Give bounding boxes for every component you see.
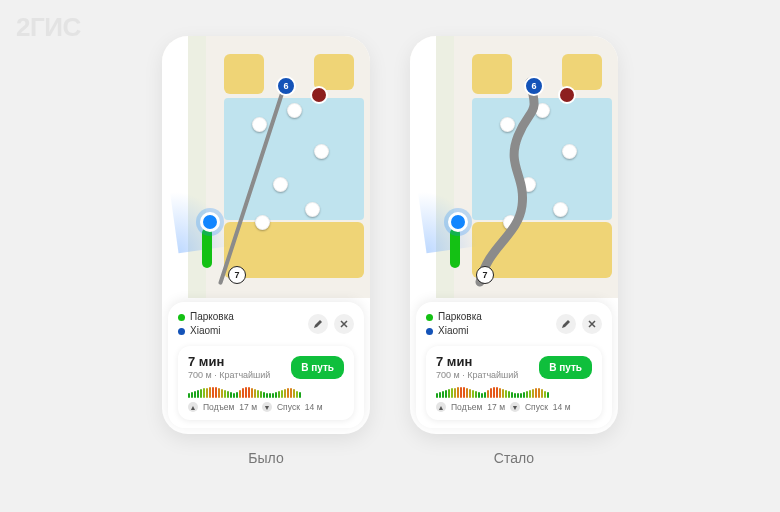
route-card: 7 мин 700 м · Кратчайший В путь ▲ Подъем… [178,346,354,420]
edit-route-button[interactable] [308,314,328,334]
phone-after-wrap: 6 7 Парковка Xiaomi [410,36,618,466]
route-card: 7 мин 700 м · Кратчайший В путь ▲ Подъем… [426,346,602,420]
endpoint-to[interactable]: Xiaomi [178,324,302,338]
pencil-icon [561,319,571,329]
walk-segment [450,228,460,268]
close-icon [588,320,596,328]
edit-route-button[interactable] [556,314,576,334]
phone-before: 6 7 Парковка Xiaomi [162,36,370,434]
endpoint-to[interactable]: Xiaomi [426,324,550,338]
dot-to-icon [178,328,185,335]
poi-badge [558,86,576,104]
go-button[interactable]: В путь [291,356,344,379]
route-marker-start: 6 [276,76,296,96]
go-button[interactable]: В путь [539,356,592,379]
dot-from-icon [178,314,185,321]
endpoint-from-label: Парковка [190,310,234,324]
elevation-bars [436,386,592,398]
comparison-stage: 6 7 Парковка Xiaomi [0,0,780,512]
route-sub: 700 м · Кратчайший [188,370,270,380]
close-route-button[interactable] [582,314,602,334]
route-sub: 700 м · Кратчайший [436,370,518,380]
endpoint-from[interactable]: Парковка [178,310,302,324]
pencil-icon [313,319,323,329]
close-route-button[interactable] [334,314,354,334]
dot-from-icon [426,314,433,321]
phone-before-wrap: 6 7 Парковка Xiaomi [162,36,370,466]
caption-after: Стало [494,450,534,466]
map-before[interactable]: 6 7 [162,36,370,298]
route-duration: 7 мин [436,354,518,369]
user-location-dot [200,212,220,232]
close-icon [340,320,348,328]
route-marker-end: 7 [476,266,494,284]
endpoint-from-label: Парковка [438,310,482,324]
dot-to-icon [426,328,433,335]
caption-before: Было [248,450,283,466]
map-after[interactable]: 6 7 [410,36,618,298]
ascent-icon: ▲ [436,402,446,412]
poi-badge [310,86,328,104]
phone-after: 6 7 Парковка Xiaomi [410,36,618,434]
descent-icon: ▼ [262,402,272,412]
route-marker-end: 7 [228,266,246,284]
elevation-stats: ▲ Подъем 17 м ▼ Спуск 14 м [188,402,344,412]
endpoint-to-label: Xiaomi [438,324,469,338]
route-duration: 7 мин [188,354,270,369]
route-marker-start: 6 [524,76,544,96]
route-sheet: Парковка Xiaomi [416,302,612,428]
descent-icon: ▼ [510,402,520,412]
user-location-dot [448,212,468,232]
elevation-stats: ▲ Подъем 17 м ▼ Спуск 14 м [436,402,592,412]
walk-segment [202,228,212,268]
endpoint-from[interactable]: Парковка [426,310,550,324]
endpoint-to-label: Xiaomi [190,324,221,338]
elevation-bars [188,386,344,398]
ascent-icon: ▲ [188,402,198,412]
route-sheet: Парковка Xiaomi [168,302,364,428]
